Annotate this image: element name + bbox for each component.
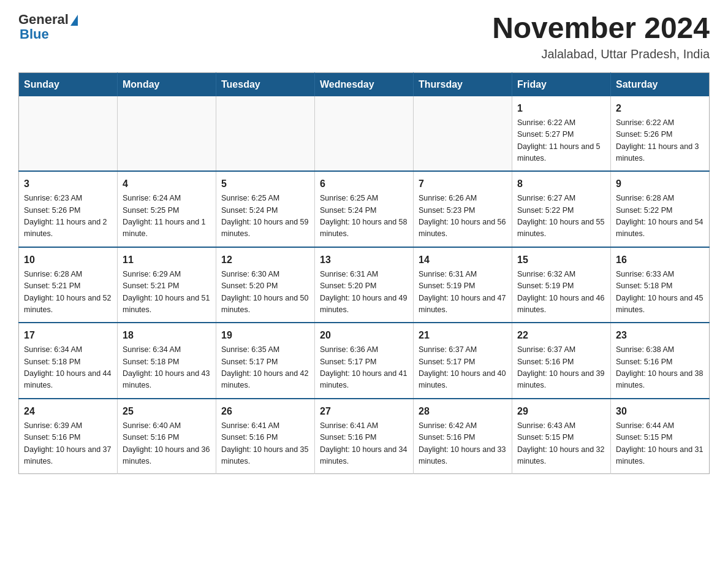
calendar-cell: 24Sunrise: 6:39 AMSunset: 5:16 PMDayligh… (19, 399, 118, 474)
calendar-cell: 19Sunrise: 6:35 AMSunset: 5:17 PMDayligh… (216, 323, 315, 399)
day-info: Sunrise: 6:42 AMSunset: 5:16 PMDaylight:… (419, 420, 507, 468)
day-number: 29 (517, 404, 605, 419)
day-number: 30 (616, 404, 704, 419)
day-number: 2 (616, 101, 704, 116)
day-info: Sunrise: 6:38 AMSunset: 5:16 PMDaylight:… (616, 344, 704, 392)
page-title: November 2024 (492, 12, 710, 45)
calendar-cell: 16Sunrise: 6:33 AMSunset: 5:18 PMDayligh… (611, 247, 710, 323)
day-number: 6 (320, 177, 408, 191)
day-info: Sunrise: 6:31 AMSunset: 5:20 PMDaylight:… (320, 269, 408, 316)
calendar-table: Sunday Monday Tuesday Wednesday Thursday… (18, 72, 710, 475)
day-number: 7 (419, 177, 507, 191)
day-number: 14 (419, 253, 507, 267)
title-area: November 2024 Jalalabad, Uttar Pradesh, … (492, 12, 710, 61)
calendar-cell: 13Sunrise: 6:31 AMSunset: 5:20 PMDayligh… (315, 247, 414, 323)
day-number: 1 (517, 101, 605, 116)
calendar-cell: 26Sunrise: 6:41 AMSunset: 5:16 PMDayligh… (216, 399, 315, 474)
calendar-cell: 12Sunrise: 6:30 AMSunset: 5:20 PMDayligh… (216, 247, 315, 323)
col-saturday: Saturday (611, 72, 710, 96)
calendar-cell: 3Sunrise: 6:23 AMSunset: 5:26 PMDaylight… (19, 171, 118, 247)
day-number: 25 (123, 404, 211, 419)
day-number: 5 (221, 177, 309, 191)
day-number: 22 (517, 328, 605, 343)
calendar-cell: 15Sunrise: 6:32 AMSunset: 5:19 PMDayligh… (512, 247, 611, 323)
day-info: Sunrise: 6:27 AMSunset: 5:22 PMDaylight:… (517, 193, 605, 240)
day-info: Sunrise: 6:24 AMSunset: 5:25 PMDaylight:… (123, 193, 211, 240)
day-info: Sunrise: 6:32 AMSunset: 5:19 PMDaylight:… (517, 269, 605, 316)
day-number: 13 (320, 253, 408, 267)
calendar-cell: 4Sunrise: 6:24 AMSunset: 5:25 PMDaylight… (118, 171, 216, 247)
day-info: Sunrise: 6:36 AMSunset: 5:17 PMDaylight:… (320, 344, 408, 392)
calendar-cell: 20Sunrise: 6:36 AMSunset: 5:17 PMDayligh… (315, 323, 414, 399)
day-number: 3 (24, 177, 112, 191)
calendar-cell: 21Sunrise: 6:37 AMSunset: 5:17 PMDayligh… (414, 323, 512, 399)
day-number: 9 (616, 177, 704, 191)
day-info: Sunrise: 6:33 AMSunset: 5:18 PMDaylight:… (616, 269, 704, 316)
calendar-cell (414, 96, 512, 172)
day-info: Sunrise: 6:41 AMSunset: 5:16 PMDaylight:… (320, 420, 408, 468)
day-number: 20 (320, 328, 408, 343)
calendar-cell: 28Sunrise: 6:42 AMSunset: 5:16 PMDayligh… (414, 399, 512, 474)
day-number: 19 (221, 328, 309, 343)
col-tuesday: Tuesday (216, 72, 315, 96)
col-thursday: Thursday (414, 72, 512, 96)
day-number: 18 (123, 328, 211, 343)
day-info: Sunrise: 6:23 AMSunset: 5:26 PMDaylight:… (24, 193, 112, 240)
day-info: Sunrise: 6:26 AMSunset: 5:23 PMDaylight:… (419, 193, 507, 240)
logo-triangle-icon (70, 15, 78, 26)
calendar-week-row: 10Sunrise: 6:28 AMSunset: 5:21 PMDayligh… (19, 247, 710, 323)
calendar-cell (216, 96, 315, 172)
calendar-cell: 29Sunrise: 6:43 AMSunset: 5:15 PMDayligh… (512, 399, 611, 474)
col-friday: Friday (512, 72, 611, 96)
logo-text-general: General (18, 12, 69, 27)
day-info: Sunrise: 6:28 AMSunset: 5:22 PMDaylight:… (616, 193, 704, 240)
calendar-cell: 10Sunrise: 6:28 AMSunset: 5:21 PMDayligh… (19, 247, 118, 323)
calendar-cell: 8Sunrise: 6:27 AMSunset: 5:22 PMDaylight… (512, 171, 611, 247)
day-info: Sunrise: 6:31 AMSunset: 5:19 PMDaylight:… (419, 269, 507, 316)
day-info: Sunrise: 6:25 AMSunset: 5:24 PMDaylight:… (221, 193, 309, 240)
day-number: 26 (221, 404, 309, 419)
day-info: Sunrise: 6:40 AMSunset: 5:16 PMDaylight:… (123, 420, 211, 468)
day-info: Sunrise: 6:22 AMSunset: 5:27 PMDaylight:… (517, 117, 605, 165)
logo: General Blue (18, 12, 78, 42)
location-subtitle: Jalalabad, Uttar Pradesh, India (492, 47, 710, 61)
calendar-header: Sunday Monday Tuesday Wednesday Thursday… (19, 72, 710, 96)
day-info: Sunrise: 6:34 AMSunset: 5:18 PMDaylight:… (123, 344, 211, 392)
day-info: Sunrise: 6:44 AMSunset: 5:15 PMDaylight:… (616, 420, 704, 468)
calendar-week-row: 17Sunrise: 6:34 AMSunset: 5:18 PMDayligh… (19, 323, 710, 399)
day-number: 16 (616, 253, 704, 267)
day-number: 8 (517, 177, 605, 191)
calendar-cell: 14Sunrise: 6:31 AMSunset: 5:19 PMDayligh… (414, 247, 512, 323)
day-info: Sunrise: 6:34 AMSunset: 5:18 PMDaylight:… (24, 344, 112, 392)
day-number: 10 (24, 253, 112, 267)
header: General Blue November 2024 Jalalabad, Ut… (18, 12, 710, 61)
calendar-cell: 11Sunrise: 6:29 AMSunset: 5:21 PMDayligh… (118, 247, 216, 323)
day-info: Sunrise: 6:43 AMSunset: 5:15 PMDaylight:… (517, 420, 605, 468)
logo-text-blue: Blue (18, 27, 78, 42)
day-info: Sunrise: 6:39 AMSunset: 5:16 PMDaylight:… (24, 420, 112, 468)
col-sunday: Sunday (19, 72, 118, 96)
day-info: Sunrise: 6:29 AMSunset: 5:21 PMDaylight:… (123, 269, 211, 316)
day-number: 27 (320, 404, 408, 419)
calendar-cell: 1Sunrise: 6:22 AMSunset: 5:27 PMDaylight… (512, 96, 611, 172)
calendar-cell (315, 96, 414, 172)
calendar-week-row: 1Sunrise: 6:22 AMSunset: 5:27 PMDaylight… (19, 96, 710, 172)
calendar-body: 1Sunrise: 6:22 AMSunset: 5:27 PMDaylight… (19, 96, 710, 474)
day-info: Sunrise: 6:35 AMSunset: 5:17 PMDaylight:… (221, 344, 309, 392)
day-number: 17 (24, 328, 112, 343)
day-number: 11 (123, 253, 211, 267)
calendar-cell: 7Sunrise: 6:26 AMSunset: 5:23 PMDaylight… (414, 171, 512, 247)
calendar-cell (19, 96, 118, 172)
day-info: Sunrise: 6:37 AMSunset: 5:16 PMDaylight:… (517, 344, 605, 392)
calendar-cell: 30Sunrise: 6:44 AMSunset: 5:15 PMDayligh… (611, 399, 710, 474)
calendar-cell: 23Sunrise: 6:38 AMSunset: 5:16 PMDayligh… (611, 323, 710, 399)
day-number: 28 (419, 404, 507, 419)
calendar-cell: 5Sunrise: 6:25 AMSunset: 5:24 PMDaylight… (216, 171, 315, 247)
day-info: Sunrise: 6:28 AMSunset: 5:21 PMDaylight:… (24, 269, 112, 316)
day-number: 23 (616, 328, 704, 343)
day-info: Sunrise: 6:41 AMSunset: 5:16 PMDaylight:… (221, 420, 309, 468)
calendar-week-row: 24Sunrise: 6:39 AMSunset: 5:16 PMDayligh… (19, 399, 710, 474)
calendar-cell (118, 96, 216, 172)
calendar-cell: 18Sunrise: 6:34 AMSunset: 5:18 PMDayligh… (118, 323, 216, 399)
day-number: 15 (517, 253, 605, 267)
